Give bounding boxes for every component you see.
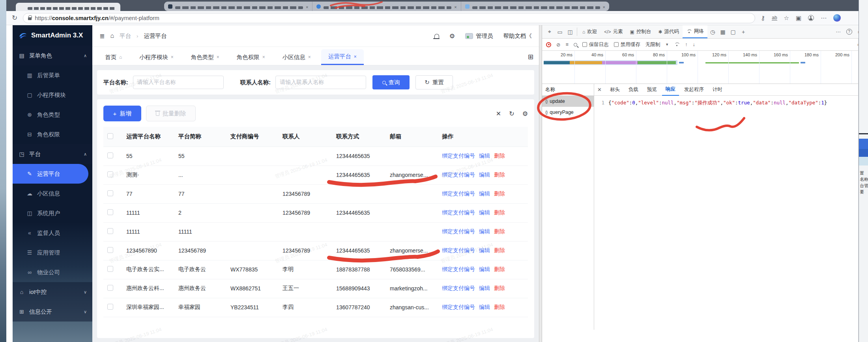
select-all-checkbox[interactable] xyxy=(107,133,113,139)
app-logo[interactable]: SmartAdmin 3.X xyxy=(13,25,92,46)
page-tab-角色类型[interactable]: 角色类型× xyxy=(184,49,226,65)
fullscreen-icon[interactable]: ✕ xyxy=(496,110,501,117)
response-tab-计时[interactable]: 计时 xyxy=(709,84,726,95)
profile-sphere[interactable] xyxy=(833,14,841,22)
address-bar[interactable]: https://console.smartxfjy.cn/#/payment-p… xyxy=(23,13,755,23)
sidebar-group-信息公开[interactable]: ⊞信息公开∨ xyxy=(13,302,92,322)
more-tabs-icon[interactable]: + xyxy=(738,25,748,38)
sidebar-group-平台[interactable]: ◳平台∧ xyxy=(13,144,92,164)
bind-payment-link[interactable]: 绑定支付编号 xyxy=(442,152,475,159)
key-icon[interactable]: ⚷ xyxy=(761,15,765,22)
request-list-header[interactable]: 名称 xyxy=(542,84,594,96)
edit-link[interactable]: 编辑 xyxy=(479,152,490,159)
sidebar-item-小区信息[interactable]: ☁小区信息 xyxy=(13,184,92,203)
bind-payment-link[interactable]: 绑定支付编号 xyxy=(442,171,475,178)
sidebar-item-小程序模块[interactable]: ▢小程序模块 xyxy=(13,85,92,105)
delete-link[interactable]: 删除 xyxy=(494,209,505,216)
bind-payment-link[interactable]: 绑定支付编号 xyxy=(442,285,475,291)
export-har-icon[interactable]: ↓ xyxy=(692,42,695,47)
row-checkbox[interactable] xyxy=(107,171,113,177)
clear-icon[interactable]: ⊘ xyxy=(556,42,560,48)
devtools-more-icon[interactable]: ⋯ xyxy=(836,29,841,35)
response-tab-负载[interactable]: 负载 xyxy=(625,84,642,95)
reload-icon[interactable]: ↻ xyxy=(12,14,17,22)
preserve-log-checkbox[interactable]: 保留日志 xyxy=(582,41,609,48)
page-tab-小程序模块[interactable]: 小程序模块× xyxy=(132,49,181,65)
request-update[interactable]: {}update xyxy=(542,96,594,107)
delete-link[interactable]: 删除 xyxy=(494,228,505,234)
sidebar-item-角色类型[interactable]: ⊛角色类型 xyxy=(13,105,92,125)
network-overview-timeline[interactable]: 20 ms40 ms60 ms80 ms100 ms120 ms140 ms16… xyxy=(542,51,863,84)
close-detail-icon[interactable]: ✕ xyxy=(597,87,602,93)
filter-icon[interactable]: ≡ xyxy=(565,42,568,47)
tab-close-icon[interactable]: × xyxy=(306,5,308,9)
refresh-icon[interactable]: ↻ xyxy=(509,110,514,117)
record-icon[interactable] xyxy=(546,42,551,47)
network-conditions-icon[interactable] xyxy=(674,43,680,46)
response-tab-标头[interactable]: 标头 xyxy=(606,84,623,95)
waterfall-bar[interactable] xyxy=(705,62,799,63)
collapse-menu-icon[interactable]: ≣ xyxy=(99,32,105,40)
row-checkbox[interactable] xyxy=(107,247,113,253)
breadcrumb-root[interactable]: 平台 xyxy=(120,32,131,40)
performance-icon[interactable]: ◷ xyxy=(707,25,718,38)
query-button[interactable]: 查询 xyxy=(372,75,410,89)
devtools-resize-handle[interactable] xyxy=(539,25,542,342)
row-checkbox[interactable] xyxy=(107,285,113,291)
gear-icon[interactable]: ⚙ xyxy=(449,32,455,40)
bell-icon[interactable] xyxy=(434,34,439,38)
memory-icon[interactable]: ▦ xyxy=(718,25,728,38)
response-tab-预览[interactable]: 预览 xyxy=(644,84,660,95)
star-icon[interactable]: ☆ xyxy=(784,15,789,22)
add-button[interactable]: +新增 xyxy=(103,106,141,121)
bind-payment-link[interactable]: 绑定支付编号 xyxy=(442,209,475,216)
devtools-help-icon[interactable]: ? xyxy=(846,29,852,35)
bind-payment-link[interactable]: 绑定支付编号 xyxy=(442,190,475,197)
more-icon[interactable]: ⋯ xyxy=(821,15,827,22)
bind-payment-link[interactable]: 绑定支付编号 xyxy=(442,247,475,253)
bind-payment-link[interactable]: 绑定支付编号 xyxy=(442,266,475,272)
bind-payment-link[interactable]: 绑定支付编号 xyxy=(442,228,475,234)
edit-link[interactable]: 编辑 xyxy=(479,228,490,234)
batch-delete-button[interactable]: 批量删除 xyxy=(146,106,196,121)
sidebar-item-物业公司[interactable]: ∞物业公司 xyxy=(13,262,92,282)
row-checkbox[interactable] xyxy=(107,304,113,310)
contact-name-input[interactable]: 请输入联系人名称 xyxy=(275,76,366,89)
sidebar-item-系统用户[interactable]: ◫系统用户 xyxy=(13,203,92,223)
home-icon[interactable]: ⌂ xyxy=(110,32,114,39)
request-queryPage[interactable]: {}queryPage xyxy=(542,107,594,118)
sidebar-item-监督人员[interactable]: «监督人员 xyxy=(13,223,92,243)
delete-link[interactable]: 删除 xyxy=(494,190,505,197)
edit-link[interactable]: 编辑 xyxy=(479,304,490,310)
throttling-select[interactable]: 无限制 xyxy=(645,41,660,48)
inspect-element-icon[interactable]: ⌖ xyxy=(544,25,555,38)
disable-cache-checkbox[interactable]: 禁用缓存 xyxy=(614,41,640,48)
row-checkbox[interactable] xyxy=(107,190,113,196)
row-checkbox[interactable] xyxy=(107,152,113,158)
page-tab-小区信息[interactable]: 小区信息× xyxy=(275,49,318,65)
edit-link[interactable]: 编辑 xyxy=(479,209,490,216)
import-har-icon[interactable]: ↑ xyxy=(685,42,687,47)
sidebar-item-运营平台[interactable]: ✎运营平台 xyxy=(13,164,88,184)
edit-link[interactable]: 编辑 xyxy=(479,171,490,178)
tab-close-icon[interactable]: × xyxy=(171,54,174,60)
row-checkbox[interactable] xyxy=(107,266,113,272)
delete-link[interactable]: 删除 xyxy=(494,152,505,159)
devtools-tab-源代码[interactable]: ✱源代码 xyxy=(655,25,683,38)
edit-link[interactable]: 编辑 xyxy=(479,266,490,272)
sidebar-item-角色权限[interactable]: ⊟角色权限 xyxy=(13,125,92,144)
network-search-icon[interactable] xyxy=(574,43,577,46)
delete-link[interactable]: 删除 xyxy=(494,247,505,253)
help-doc-link[interactable]: 帮助文档《 xyxy=(503,32,532,40)
devtools-tab-网络[interactable]: 网络 xyxy=(683,25,707,38)
delete-link[interactable]: 删除 xyxy=(494,266,505,272)
dock-side-icon[interactable]: ◫ xyxy=(565,25,575,38)
delete-link[interactable]: 删除 xyxy=(494,171,505,178)
waterfall-bar[interactable] xyxy=(544,60,677,65)
devtools-tab-控制台[interactable]: ▣控制台 xyxy=(627,25,655,38)
devtools-tab-欢迎[interactable]: ⌂欢迎 xyxy=(579,25,600,38)
devtools-tab-元素[interactable]: </>元素 xyxy=(600,25,626,38)
tab-close-icon[interactable]: × xyxy=(454,5,456,9)
tab-close-icon[interactable]: × xyxy=(262,54,265,60)
sidebar-group-iot中控[interactable]: ⌂iot中控∨ xyxy=(13,282,92,302)
